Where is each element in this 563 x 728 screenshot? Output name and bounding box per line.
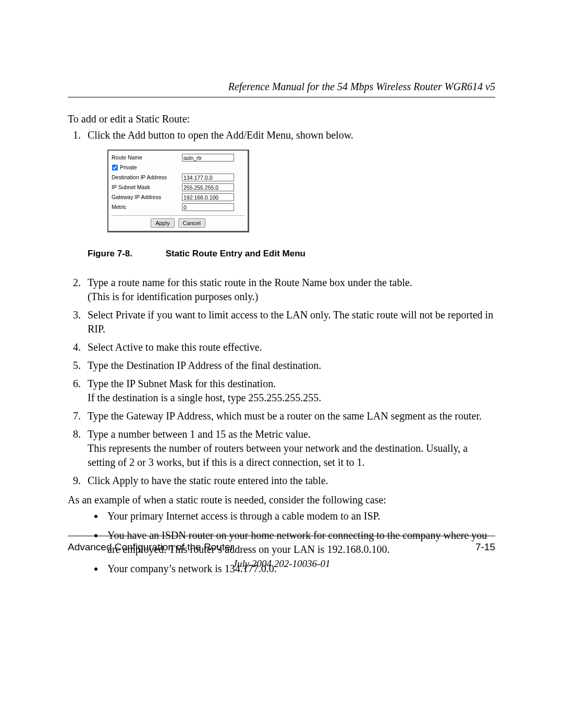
- route-name-input[interactable]: [182, 154, 234, 162]
- example-intro: As an example of when a static route is …: [68, 493, 495, 507]
- step-5: Type the Destination IP Address of the f…: [83, 359, 495, 373]
- private-label: Private: [120, 164, 137, 171]
- step-4: Select Active to make this route effecti…: [83, 340, 495, 354]
- step-7-text: Type the Gateway IP Address, which must …: [88, 410, 482, 422]
- bullet-1: Your primary Internet access is through …: [104, 509, 495, 523]
- footer-rule: [68, 536, 495, 536]
- step-7: Type the Gateway IP Address, which must …: [83, 409, 495, 423]
- figure-number: Figure 7-8.: [88, 248, 163, 260]
- step-8-line1: Type a number between 1 and 15 as the Me…: [88, 428, 311, 440]
- steps-list: Click the Add button to open the Add/Edi…: [68, 128, 495, 488]
- page: Reference Manual for the 54 Mbps Wireles…: [0, 0, 563, 728]
- figure-7-8: Route Name Private Destination IP Addres…: [107, 150, 495, 232]
- intro-text: To add or edit a Static Route:: [68, 112, 495, 126]
- static-route-form: Route Name Private Destination IP Addres…: [107, 150, 249, 232]
- step-9: Click Apply to have the static route ent…: [83, 474, 495, 488]
- step-8: Type a number between 1 and 15 as the Me…: [83, 427, 495, 470]
- apply-button[interactable]: Apply: [151, 218, 175, 228]
- dest-ip-input[interactable]: [182, 174, 234, 181]
- bullet-1-text: Your primary Internet access is through …: [107, 510, 380, 522]
- private-checkbox[interactable]: [112, 165, 118, 170]
- step-2-line1: Type a route name for this static route …: [88, 277, 412, 288]
- step-9-text: Click Apply to have the static route ent…: [88, 475, 328, 486]
- figure-title: Static Route Entry and Edit Menu: [166, 249, 305, 258]
- step-8-line2: This represents the number of routers be…: [88, 442, 468, 468]
- step-3: Select Private if you want to limit acce…: [83, 308, 495, 336]
- step-2-line2: (This is for identification purposes onl…: [88, 291, 259, 302]
- gateway-ip-label: Gateway IP Address: [112, 193, 182, 201]
- subnet-mask-label: IP Subnet Mask: [112, 183, 182, 191]
- footer-date: July 2004 202-10036-01: [68, 558, 495, 570]
- subnet-mask-input[interactable]: [182, 183, 234, 191]
- footer-page-number: 7-15: [475, 541, 495, 553]
- header-rule: [68, 97, 495, 97]
- metric-label: Metric: [112, 203, 182, 211]
- step-6-line1: Type the IP Subnet Mask for this destina…: [88, 378, 276, 389]
- step-1: Click the Add button to open the Add/Edi…: [83, 128, 495, 260]
- form-divider: [112, 215, 244, 216]
- footer-section: Advanced Configuration of the Router: [68, 541, 234, 553]
- page-footer: Advanced Configuration of the Router 7-1…: [68, 536, 495, 570]
- cancel-button[interactable]: Cancel: [178, 218, 205, 228]
- running-header: Reference Manual for the 54 Mbps Wireles…: [68, 81, 495, 97]
- step-6-line2: If the destination is a single host, typ…: [88, 392, 321, 403]
- dest-ip-label: Destination IP Address: [112, 174, 182, 181]
- step-6: Type the IP Subnet Mask for this destina…: [83, 377, 495, 405]
- figure-caption: Figure 7-8. Static Route Entry and Edit …: [88, 248, 495, 260]
- metric-input[interactable]: [182, 203, 234, 211]
- step-4-text: Select Active to make this route effecti…: [88, 341, 262, 353]
- step-1-text: Click the Add button to open the Add/Edi…: [88, 129, 353, 141]
- route-name-label: Route Name: [112, 154, 182, 161]
- step-2: Type a route name for this static route …: [83, 276, 495, 304]
- gateway-ip-input[interactable]: [182, 193, 234, 201]
- step-3-text: Select Private if you want to limit acce…: [88, 309, 493, 335]
- step-5-text: Type the Destination IP Address of the f…: [88, 360, 321, 371]
